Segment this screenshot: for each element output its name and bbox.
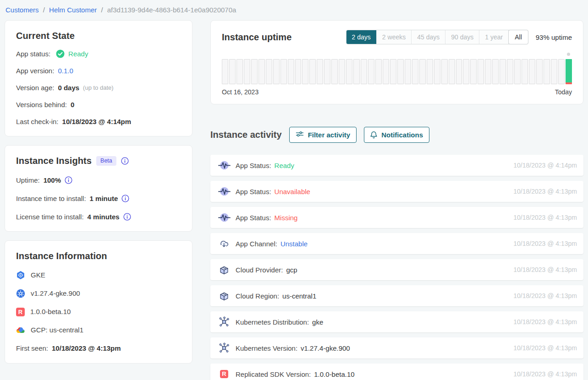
uptime-bar[interactable] [288,59,294,84]
uptime-bar[interactable] [412,59,418,84]
uptime-bar[interactable] [353,59,360,84]
breadcrumb-customers-link[interactable]: Customers [5,6,39,14]
app-version-label: App version: [16,66,54,75]
uptime-bar[interactable] [375,59,382,84]
uptime-bar[interactable] [507,59,513,84]
current-state-title: Current State [16,31,181,41]
app-status-value: Ready [68,49,88,58]
replicated-icon: R [218,370,231,378]
range-2-days[interactable]: 2 days [346,30,377,44]
activity-row-label: Replicated SDK Version: [236,370,311,378]
version-age-note: (up to date) [83,83,114,92]
activity-row-timestamp: 10/18/2023 @ 4:13pm [513,344,577,352]
range-1-year[interactable]: 1 year [479,30,509,44]
activity-row-timestamp: 10/18/2023 @ 4:13pm [513,240,577,247]
instance-uptime-card: Instance uptime 2 days 2 weeks 45 days 9… [210,20,583,104]
uptime-bar[interactable] [514,59,521,84]
uptime-chart [222,59,572,84]
uptime-bar[interactable] [331,59,338,84]
uptime-bar[interactable] [529,59,535,84]
uptime-range-selector: 2 days 2 weeks 45 days 90 days 1 year Al… [346,30,528,44]
uptime-bar[interactable] [441,59,448,84]
version-age-label: Version age: [16,83,54,92]
info-icon[interactable] [123,213,131,221]
uptime-bar[interactable] [536,59,543,84]
uptime-bar[interactable] [383,59,389,84]
activity-list: App Status: Ready 10/18/2023 @ 4:14pm Ap… [210,155,583,380]
activity-row: App Status: Missing 10/18/2023 @ 4:13pm [210,207,583,228]
left-column: Current State App status: Ready App vers… [5,20,192,364]
info-icon[interactable] [121,157,129,165]
uptime-bar[interactable] [309,59,316,84]
chart-end-label: Today [555,88,572,96]
uptime-bar[interactable] [266,59,272,84]
range-all[interactable]: All [508,30,528,44]
uptime-bar[interactable] [324,59,330,84]
instance-install-label: Instance time to install: [16,194,86,203]
filter-activity-button[interactable]: Filter activity [289,127,357,143]
uptime-bar[interactable] [397,59,404,84]
activity-row-timestamp: 10/18/2023 @ 4:13pm [513,292,577,299]
uptime-bar[interactable] [419,59,426,84]
uptime-bar[interactable] [280,59,287,84]
uptime-bar[interactable] [273,59,280,84]
uptime-bar[interactable] [236,59,243,84]
activity-row-label: App Channel: [236,240,277,248]
activity-row-label: Cloud Provider: [236,266,283,274]
uptime-bar[interactable] [478,59,484,84]
breadcrumb-separator: / [43,6,45,14]
range-45-days[interactable]: 45 days [412,30,445,44]
activity-row-timestamp: 10/18/2023 @ 4:13pm [513,188,577,195]
current-state-card: Current State App status: Ready App vers… [5,20,192,136]
uptime-bar[interactable] [544,59,550,84]
uptime-bar[interactable] [405,59,411,84]
range-2-weeks[interactable]: 2 weeks [377,30,412,44]
breadcrumb-customer-link[interactable]: Helm Customer [49,6,97,14]
range-90-days[interactable]: 90 days [445,30,479,44]
info-icon[interactable] [121,195,129,202]
check-circle-icon [56,49,65,58]
uptime-bar[interactable] [295,59,302,84]
activity-row: App Status: Ready 10/18/2023 @ 4:14pm [210,155,583,176]
kubernetes-icon [16,289,25,298]
uptime-bar[interactable] [463,59,469,84]
activity-row-value: v1.27.4-gke.900 [301,344,350,352]
instance-insights-card: Instance Insights Beta Uptime: 100% Inst… [5,145,192,232]
activity-row-value-link[interactable]: Unstable [280,240,308,248]
uptime-bar[interactable] [339,59,345,84]
activity-row: Cloud Provider: gcp 10/18/2023 @ 4:13pm [210,259,583,280]
uptime-bar[interactable] [317,59,323,84]
uptime-bar[interactable] [244,59,250,84]
app-version-link[interactable]: 0.1.0 [58,66,73,75]
uptime-bar[interactable] [449,59,455,84]
uptime-bar[interactable] [251,59,258,84]
uptime-bar[interactable] [361,59,367,84]
uptime-bar[interactable] [558,59,565,84]
uptime-bar[interactable] [500,59,506,84]
info-icon[interactable] [65,176,72,184]
uptime-bar-current[interactable] [566,59,572,84]
uptime-bar[interactable] [346,59,352,84]
instance-information-title: Instance Information [16,251,181,261]
activity-row-label: Kubernetes Version: [236,344,297,352]
uptime-bar[interactable] [492,59,499,84]
uptime-bar[interactable] [229,59,236,84]
uptime-bar[interactable] [551,59,557,84]
notifications-button[interactable]: Notifications [364,127,429,143]
uptime-bar[interactable] [222,59,228,84]
notifications-label: Notifications [381,131,423,139]
right-column: Instance uptime 2 days 2 weeks 45 days 9… [210,20,583,380]
activity-row: Kubernetes Version: v1.27.4-gke.900 10/1… [210,337,583,358]
uptime-bar[interactable] [485,59,491,84]
last-checkin-label: Last check-in: [16,117,59,126]
uptime-bar[interactable] [470,59,477,84]
uptime-bar[interactable] [456,59,462,84]
uptime-bar[interactable] [427,59,433,84]
uptime-bar[interactable] [258,59,265,84]
uptime-bar[interactable] [302,59,308,84]
uptime-bar[interactable] [368,59,374,84]
uptime-bar[interactable] [522,59,528,84]
instance-info-distribution: GKE [31,271,45,280]
uptime-bar[interactable] [434,59,440,84]
uptime-bar[interactable] [390,59,396,84]
